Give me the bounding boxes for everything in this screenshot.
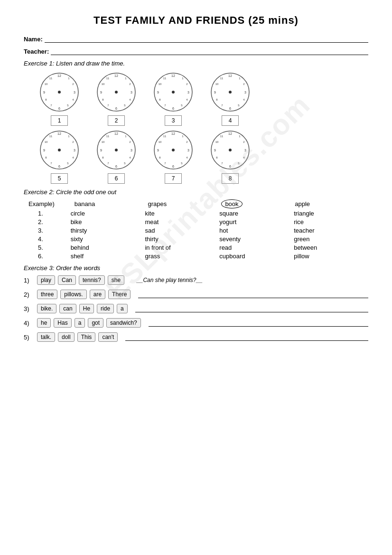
ex2-row4-c3: seventy bbox=[219, 235, 294, 243]
svg-text:11: 11 bbox=[220, 135, 224, 138]
ex3-word-2-3: are bbox=[90, 290, 105, 299]
ex3-word-2-4: There bbox=[108, 290, 131, 299]
svg-text:6: 6 bbox=[115, 165, 117, 168]
ex2-example-label: Example) bbox=[28, 200, 75, 207]
clock-3: 12 3 6 9 1 2 4 5 7 8 10 11 3 bbox=[152, 71, 195, 126]
ex2-example-c2: grapes bbox=[148, 200, 222, 207]
svg-text:3: 3 bbox=[131, 91, 132, 94]
ex3-word-4-4: got bbox=[88, 318, 103, 328]
ex2-row3-c3: hot bbox=[219, 227, 294, 234]
svg-text:12: 12 bbox=[171, 74, 175, 77]
ex3-word-3-2: can bbox=[59, 304, 76, 313]
ex3-row-2: 2) three pillows. are There bbox=[24, 290, 368, 299]
teacher-label: Teacher: bbox=[24, 48, 49, 55]
page-title: TEST FAMILY AND FRIENDS (25 mins) bbox=[24, 14, 368, 27]
ex2-row5-c3: read bbox=[219, 244, 294, 251]
svg-text:6: 6 bbox=[115, 107, 117, 110]
ex3-word-3-3: He bbox=[79, 304, 94, 313]
ex3-word-3-5: a bbox=[117, 304, 128, 313]
clock-2: 12 3 6 9 1 2 4 5 7 8 10 11 2 bbox=[95, 71, 138, 126]
svg-text:10: 10 bbox=[159, 83, 162, 85]
ex2-example-c3: book bbox=[221, 199, 295, 208]
svg-text:3: 3 bbox=[187, 149, 189, 152]
svg-text:11: 11 bbox=[163, 135, 167, 138]
svg-point-111 bbox=[229, 149, 232, 151]
ex2-example-c1: banana bbox=[75, 200, 148, 207]
clock-label-1: 1 bbox=[51, 115, 68, 126]
ex3-word-1-1: play bbox=[37, 275, 55, 285]
name-line bbox=[45, 35, 368, 43]
svg-text:11: 11 bbox=[49, 135, 53, 138]
svg-text:3: 3 bbox=[244, 149, 246, 152]
svg-text:12: 12 bbox=[171, 132, 175, 135]
ex3-word-1-2: Can bbox=[58, 275, 76, 285]
ex3-answer-line-2 bbox=[138, 291, 368, 298]
clock-label-8: 8 bbox=[222, 173, 239, 184]
ex2-row5-c2: in front of bbox=[145, 244, 219, 251]
clock-4: 12 3 6 9 1 2 4 5 7 8 10 11 4 bbox=[209, 71, 252, 126]
ex2-row3-c4: teacher bbox=[294, 227, 368, 234]
ex2-row1-num: 1. bbox=[38, 210, 71, 217]
svg-text:10: 10 bbox=[45, 141, 48, 143]
ex2-row6-c4: pillow bbox=[294, 253, 368, 260]
teacher-line bbox=[51, 47, 368, 55]
clock-7: 12 3 6 9 1 2 4 5 7 8 10 11 7 bbox=[152, 129, 195, 184]
ex3-row-5: 5) talk. doll This can't bbox=[24, 332, 368, 342]
svg-text:9: 9 bbox=[43, 149, 45, 152]
ex3-word-2-1: three bbox=[37, 290, 57, 299]
name-label: Name: bbox=[24, 36, 43, 43]
exercise1-title: Exercise 1: Listen and draw the time. bbox=[24, 60, 368, 67]
ex2-row5-num: 5. bbox=[38, 244, 71, 251]
svg-text:3: 3 bbox=[187, 91, 189, 94]
ex2-row6-c1: shelf bbox=[71, 253, 145, 260]
ex3-row-1: 1) play Can tennis? she __Can she play t… bbox=[24, 275, 368, 285]
svg-text:9: 9 bbox=[214, 149, 216, 152]
ex3-word-5-2: doll bbox=[58, 332, 75, 342]
ex2-row2-c2: meat bbox=[145, 218, 219, 226]
ex3-num-4: 4) bbox=[24, 320, 34, 327]
ex3-word-5-4: can't bbox=[98, 332, 118, 342]
svg-text:12: 12 bbox=[228, 74, 232, 77]
ex2-row3-num: 3. bbox=[38, 227, 71, 234]
svg-point-69 bbox=[58, 149, 61, 151]
exercise3-title: Exercise 3: Order the words bbox=[24, 264, 368, 272]
ex2-row3-c1: thirsty bbox=[71, 227, 145, 234]
svg-text:12: 12 bbox=[114, 132, 118, 135]
clock-label-3: 3 bbox=[165, 115, 182, 126]
clocks-row-2: 12 3 6 9 1 2 4 5 7 8 10 11 5 bbox=[38, 129, 368, 184]
ex2-row4-c4: green bbox=[294, 235, 368, 243]
ex3-word-4-2: Has bbox=[54, 318, 71, 328]
ex2-row2-c4: rice bbox=[294, 218, 368, 226]
clock-label-6: 6 bbox=[108, 173, 125, 184]
svg-text:3: 3 bbox=[74, 149, 75, 152]
ex2-row6-num: 6. bbox=[38, 253, 71, 260]
clock-1: 12 3 6 9 1 2 4 5 7 8 10 11 1 bbox=[38, 71, 81, 126]
ex2-row1-c3: square bbox=[219, 210, 294, 217]
ex2-row6-c3: cupboard bbox=[219, 253, 294, 260]
ex3-word-4-3: a bbox=[75, 318, 85, 328]
svg-text:3: 3 bbox=[131, 149, 132, 152]
svg-point-55 bbox=[229, 91, 232, 94]
svg-text:11: 11 bbox=[106, 77, 110, 80]
svg-point-83 bbox=[115, 149, 118, 151]
svg-text:10: 10 bbox=[102, 83, 105, 85]
ex3-word-1-4: she bbox=[108, 275, 124, 285]
ex3-answer-line-3 bbox=[135, 305, 368, 312]
ex2-row1-c2: kite bbox=[145, 210, 219, 217]
svg-text:9: 9 bbox=[43, 91, 45, 94]
ex3-word-3-1: bike. bbox=[37, 304, 56, 313]
svg-text:9: 9 bbox=[214, 91, 216, 94]
clock-label-2: 2 bbox=[108, 115, 125, 126]
ex3-answer-line-4 bbox=[149, 319, 368, 327]
ex3-row-3: 3) bike. can He ride a bbox=[24, 304, 368, 313]
svg-text:10: 10 bbox=[102, 141, 105, 143]
ex2-row6-c2: grass bbox=[145, 253, 219, 260]
ex3-num-2: 2) bbox=[24, 291, 34, 298]
svg-point-97 bbox=[172, 149, 175, 151]
ex2-row1-c1: circle bbox=[71, 210, 145, 217]
exercise2-title: Exercise 2: Circle the odd one out bbox=[24, 188, 368, 196]
svg-text:11: 11 bbox=[49, 77, 53, 80]
ex3-word-2-2: pillows. bbox=[60, 290, 86, 299]
ex2-row4-c1: sixty bbox=[71, 235, 145, 243]
clock-6: 12 3 6 9 1 2 4 5 7 8 10 11 6 bbox=[95, 129, 138, 184]
